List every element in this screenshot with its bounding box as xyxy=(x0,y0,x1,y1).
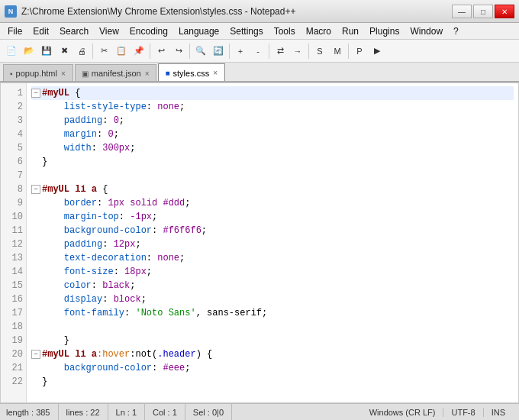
close-button[interactable]: ✕ xyxy=(495,5,514,18)
token-bracket: : xyxy=(97,196,108,210)
menu-item-search[interactable]: Search xyxy=(55,25,93,37)
code-line: background-color: #f6f6f6; xyxy=(31,224,514,237)
line-number: 22 xyxy=(4,375,23,389)
token-value: black xyxy=(102,279,130,292)
menu-item-encoding[interactable]: Encoding xyxy=(125,25,172,37)
fold-marker[interactable]: − xyxy=(31,89,40,98)
close-all-button[interactable]: ✖ xyxy=(56,43,73,60)
token-value: 300px xyxy=(102,141,130,155)
line-number: 6 xyxy=(4,155,23,169)
token-bracket: : xyxy=(102,292,113,306)
fold-marker[interactable]: − xyxy=(31,185,40,194)
tab-stylescss[interactable]: ■styles.css× xyxy=(158,63,225,81)
code-line: padding: 0; xyxy=(31,114,514,128)
paste-button[interactable]: 📌 xyxy=(131,43,147,60)
fold-marker[interactable]: − xyxy=(31,350,40,359)
save-button[interactable]: 💾 xyxy=(38,43,55,60)
menu-item-plugins[interactable]: Plugins xyxy=(365,25,404,37)
run-button[interactable]: ▶ xyxy=(369,43,385,60)
cut-button[interactable]: ✂ xyxy=(95,43,112,60)
tab-file-icon: ▪ xyxy=(10,69,13,78)
menu-item-?[interactable]: ? xyxy=(449,25,463,37)
token-property: width xyxy=(64,141,92,155)
status-col: Col : 1 xyxy=(145,404,185,420)
menu-item-edit[interactable]: Edit xyxy=(28,25,53,37)
token-value: 12px xyxy=(114,237,136,251)
menu-item-window[interactable]: Window xyxy=(405,25,447,37)
macro-button[interactable]: M xyxy=(329,43,346,60)
menu-item-file[interactable]: File xyxy=(3,25,27,37)
toolbar: 📄📂💾✖🖨✂📋📌↩↪🔍🔄+-⇄→SMP▶ xyxy=(0,40,519,63)
tab-manifestjson[interactable]: ▣manifest.json× xyxy=(75,64,157,81)
token-bracket: : xyxy=(102,114,113,128)
code-line: font-size: 18px; xyxy=(31,265,514,279)
menu-item-language[interactable]: Language xyxy=(174,25,224,37)
token-value: #eee xyxy=(163,361,185,375)
token-property: padding xyxy=(64,114,102,128)
token-bracket: } xyxy=(42,375,47,389)
indent xyxy=(42,128,64,141)
undo-button[interactable]: ↩ xyxy=(153,43,169,60)
new-file-button[interactable]: 📄 xyxy=(3,43,20,60)
code-area[interactable]: −#myUL { list-style-type: none; padding:… xyxy=(27,83,518,402)
plugin-button[interactable]: P xyxy=(351,43,368,60)
replace-button[interactable]: 🔄 xyxy=(210,43,227,60)
token-bracket: : xyxy=(119,210,130,224)
token-property: margin-top xyxy=(64,210,119,224)
print-button[interactable]: 🖨 xyxy=(73,43,90,60)
status-ln: Ln : 1 xyxy=(108,404,146,420)
token-value: none xyxy=(157,251,179,265)
token-bracket: ; xyxy=(152,210,157,224)
indent xyxy=(42,141,64,155)
minimize-button[interactable]: — xyxy=(452,5,472,18)
line-number: 8 xyxy=(4,183,23,196)
wrap-button[interactable]: ⇄ xyxy=(272,43,289,60)
token-bracket: ; xyxy=(141,292,147,306)
token-class: .header xyxy=(157,347,195,361)
line-number: 20 xyxy=(4,347,23,361)
line-number: 19 xyxy=(4,334,23,347)
open-file-button[interactable]: 📂 xyxy=(21,43,37,60)
token-property: display xyxy=(64,292,102,306)
token-bracket: : xyxy=(147,100,157,114)
token-pseudo: :hover xyxy=(97,347,130,361)
menu-item-settings[interactable]: Settings xyxy=(225,25,267,37)
menu-item-run[interactable]: Run xyxy=(337,25,363,37)
tab-close-button[interactable]: × xyxy=(144,69,150,78)
tab-close-button[interactable]: × xyxy=(212,69,218,77)
zoom-in-button[interactable]: + xyxy=(232,43,249,60)
toolbar-separator xyxy=(269,44,269,59)
status-encoding: UTF-8 xyxy=(443,408,483,417)
copy-button[interactable]: 📋 xyxy=(113,43,130,60)
token-value: 0 xyxy=(108,128,113,141)
maximize-button[interactable]: □ xyxy=(473,5,493,18)
menu-item-view[interactable]: View xyxy=(95,25,124,37)
tab-file-icon: ▣ xyxy=(82,69,89,78)
token-property: list-style-type xyxy=(64,100,147,114)
menu-item-macro[interactable]: Macro xyxy=(301,25,336,37)
tab-popuphtml[interactable]: ▪popup.html× xyxy=(3,64,73,81)
status-length: length : 385 xyxy=(6,404,59,420)
token-bracket: ; xyxy=(185,196,190,210)
token-bracket: ; xyxy=(135,237,140,251)
line-number: 14 xyxy=(4,265,23,279)
tab-label: styles.css xyxy=(173,69,210,78)
menu-item-tools[interactable]: Tools xyxy=(269,25,300,37)
code-line: −#myUL { xyxy=(31,86,514,100)
code-line: } xyxy=(31,334,514,347)
token-bracket: : xyxy=(92,141,102,155)
line-number: 18 xyxy=(4,320,23,334)
redo-button[interactable]: ↪ xyxy=(170,43,187,60)
token-bracket: : xyxy=(152,361,163,375)
status-sel: Sel : 0|0 xyxy=(185,404,232,420)
status-lines: lines : 22 xyxy=(59,404,108,420)
token-value: 0 xyxy=(114,114,119,128)
token-bracket: ; xyxy=(201,224,207,237)
zoom-out-button[interactable]: - xyxy=(250,43,266,60)
token-bracket: { xyxy=(97,183,108,196)
syntax-button[interactable]: S xyxy=(311,43,328,60)
find-button[interactable]: 🔍 xyxy=(192,43,209,60)
indent-button[interactable]: → xyxy=(289,43,306,60)
title-text: Z:\Chrome Extension\My Chrome Extension\… xyxy=(21,6,295,17)
tab-close-button[interactable]: × xyxy=(60,69,66,78)
